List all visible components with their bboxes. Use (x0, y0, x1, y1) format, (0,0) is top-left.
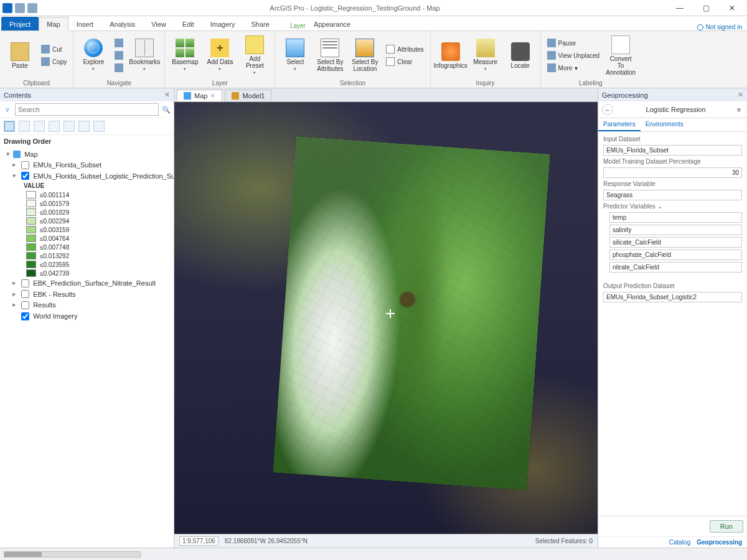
maximize-button[interactable]: ▢ (693, 1, 718, 15)
menu-icon[interactable]: ≡ (735, 106, 743, 113)
ribbon-group-navigate: Explore▾ Bookmarks▾ Navigate (73, 31, 165, 88)
geoprocessing-pane: Geoprocessing ✕ ← Logistic Regression ≡ … (598, 88, 747, 548)
toc-layer-results[interactable]: ▸ Results (1, 299, 172, 310)
copy-button[interactable]: Copy (39, 55, 69, 68)
view-tab-map[interactable]: Map ✕ (177, 90, 222, 101)
add-preset-button[interactable]: Add Preset▾ (238, 34, 271, 77)
select-button[interactable]: Select▾ (279, 34, 311, 77)
pause-labeling-button[interactable]: Pause (545, 37, 603, 49)
redo-icon[interactable] (27, 3, 37, 13)
map-canvas[interactable] (174, 102, 598, 534)
view-tab-model[interactable]: Model1 (225, 90, 271, 101)
back-button[interactable]: ← (602, 104, 613, 115)
expand-icon[interactable] (11, 312, 17, 319)
catalog-tab[interactable]: Catalog (669, 539, 690, 546)
expand-icon[interactable]: ▸ (11, 301, 17, 309)
layer-visibility-checkbox[interactable] (21, 312, 29, 320)
run-button[interactable]: Run (710, 520, 743, 533)
legend-label: ≤0.004764 (40, 235, 69, 242)
list-by-source-button[interactable] (19, 121, 30, 132)
expand-icon[interactable]: ▸ (11, 279, 17, 287)
expand-icon[interactable]: ▸ (11, 290, 17, 298)
tab-project[interactable]: Project (1, 17, 39, 30)
view-unplaced-button[interactable]: View Unplaced (545, 49, 603, 62)
cut-button[interactable]: Cut (39, 43, 69, 55)
zoom-full-button[interactable] (112, 37, 126, 49)
layer-visibility-checkbox[interactable] (21, 161, 29, 169)
param-input-dataset[interactable]: EMUs_Florida_Subset (603, 145, 742, 156)
filter-icon[interactable]: ▿ (2, 105, 12, 114)
contents-search-input[interactable] (15, 103, 159, 116)
explore-button[interactable]: Explore▾ (77, 34, 110, 77)
list-by-labeling-button[interactable] (78, 121, 90, 132)
layer-visibility-checkbox[interactable] (21, 279, 29, 287)
expand-icon[interactable]: ▸ (11, 161, 17, 169)
convert-annotation-button[interactable]: Convert To Annotation (604, 34, 637, 77)
param-output-dataset[interactable]: EMUs_Florida_Subset_Logistic2 (603, 292, 742, 302)
toc-map-node[interactable]: ▾ Map (1, 149, 172, 159)
zoom-next-button[interactable] (112, 62, 126, 74)
list-by-drawing-order-button[interactable] (4, 121, 15, 132)
table-of-contents[interactable]: ▾ Map ▸ EMUs_Florida_Subset ▾ EMUs_Flori… (0, 147, 174, 548)
minimize-button[interactable]: — (667, 1, 692, 15)
close-button[interactable]: ✕ (720, 1, 745, 15)
toc-layer-emu[interactable]: ▸ EMUs_Florida_Subset (1, 159, 172, 170)
bookmarks-button[interactable]: Bookmarks▾ (128, 34, 161, 77)
tab-edit[interactable]: Edit (174, 17, 202, 30)
select-by-attributes-button[interactable]: Select By Attributes (314, 34, 346, 77)
predictor-variable[interactable]: nitrate_CalcField (609, 262, 742, 273)
locate-button[interactable]: Locate (504, 34, 537, 77)
toc-layer-ebk-results[interactable]: ▸ EBK - Results (1, 289, 172, 300)
attributes-button[interactable]: Attributes (383, 43, 426, 55)
tab-insert[interactable]: Insert (68, 17, 102, 30)
predictor-variable[interactable]: temp (609, 212, 742, 223)
layer-visibility-checkbox[interactable] (21, 172, 29, 180)
list-by-editing-button[interactable] (49, 121, 60, 132)
close-icon[interactable]: ✕ (210, 93, 215, 99)
expand-icon[interactable]: ▾ (5, 150, 11, 158)
tab-analysis[interactable]: Analysis (101, 17, 143, 30)
horizontal-scrollbar[interactable] (4, 551, 141, 558)
close-icon[interactable]: ✕ (738, 91, 743, 99)
clear-selection-button[interactable]: Clear (383, 55, 426, 68)
param-training-pct[interactable]: 30 (603, 167, 742, 178)
list-by-selection-button[interactable] (34, 121, 45, 132)
predictor-variable[interactable]: silicate_CalcField (609, 237, 742, 248)
param-response[interactable]: Seagrass (603, 190, 742, 200)
paste-button[interactable]: Paste (4, 34, 36, 77)
list-by-snapping-button[interactable] (63, 121, 75, 132)
infographics-button[interactable]: Infographics (435, 34, 467, 77)
save-icon[interactable] (2, 3, 12, 13)
toc-layer-pred[interactable]: ▾ EMUs_Florida_Subset_Logistic_Predictio… (1, 170, 172, 182)
layer-visibility-checkbox[interactable] (21, 290, 29, 298)
zoom-prev-icon (115, 51, 123, 60)
geoprocessing-tab[interactable]: Geoprocessing (697, 539, 742, 546)
toc-layer-world-imagery[interactable]: World Imagery (1, 310, 172, 322)
toc-layer-ebk-nitrate[interactable]: ▸ EBK_Prediction_Surface_Nitrate_Result (1, 278, 172, 289)
select-by-location-button[interactable]: Select By Location (349, 34, 381, 77)
predictor-variable[interactable]: phosphate_CalcField (609, 250, 742, 260)
measure-button[interactable]: Measure▾ (469, 34, 502, 77)
basemap-button[interactable]: Basemap▾ (169, 34, 201, 77)
list-by-chart-button[interactable] (93, 121, 105, 132)
chevron-down-icon[interactable]: ⌄ (657, 203, 662, 210)
search-icon[interactable]: 🔍 (161, 105, 171, 114)
more-labeling-button[interactable]: More ▾ (545, 62, 603, 74)
tab-share[interactable]: Share (243, 17, 278, 30)
scale-input[interactable]: 1:9,577,106 (179, 536, 218, 546)
tab-appearance[interactable]: Appearance (306, 17, 359, 30)
gp-tab-environments[interactable]: Environments (641, 118, 688, 131)
gp-tab-parameters[interactable]: Parameters (598, 118, 641, 131)
tab-imagery[interactable]: Imagery (202, 17, 243, 30)
layer-visibility-checkbox[interactable] (21, 301, 29, 309)
predictor-variable[interactable]: salinity (609, 225, 742, 235)
undo-icon[interactable] (15, 3, 25, 13)
sign-in-link[interactable]: Not signed in (697, 24, 742, 30)
expand-icon[interactable]: ▾ (11, 172, 17, 180)
user-icon (697, 24, 703, 30)
add-data-button[interactable]: Add Data▾ (204, 34, 236, 77)
close-icon[interactable]: ✕ (164, 91, 170, 99)
tab-map[interactable]: Map (39, 17, 68, 31)
tab-view[interactable]: View (143, 17, 174, 30)
zoom-prev-button[interactable] (112, 49, 126, 62)
